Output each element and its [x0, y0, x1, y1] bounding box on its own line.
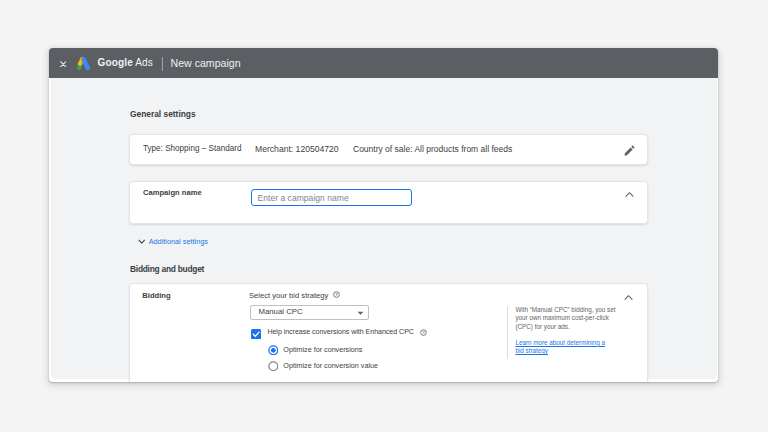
svg-text:?: ?	[422, 330, 425, 335]
svg-text:?: ?	[335, 292, 338, 297]
